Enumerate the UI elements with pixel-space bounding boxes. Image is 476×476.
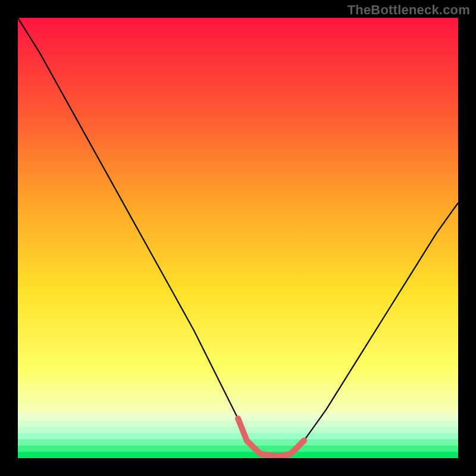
chart-svg [18,18,458,458]
svg-rect-4 [18,439,458,446]
gradient-background [18,18,458,458]
chart-frame: TheBottleneck.com [0,0,476,476]
svg-rect-6 [18,452,458,458]
plot-area [18,18,458,458]
svg-rect-3 [18,433,458,440]
svg-rect-2 [18,427,458,433]
watermark-text: TheBottleneck.com [347,2,470,18]
svg-rect-5 [18,446,458,452]
